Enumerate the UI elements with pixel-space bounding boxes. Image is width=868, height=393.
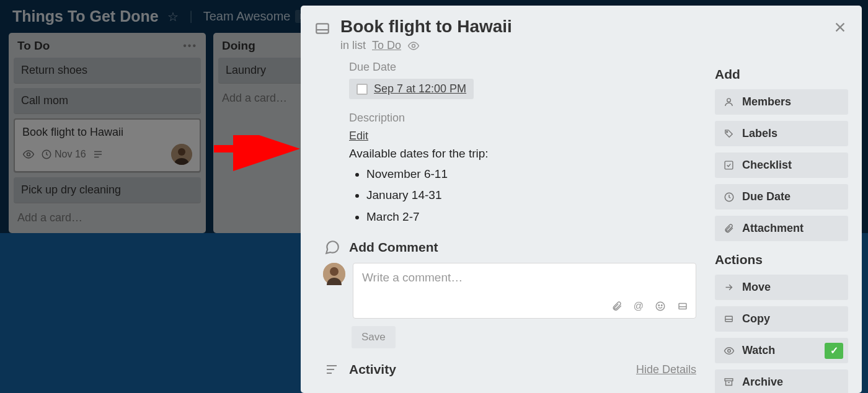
move-button[interactable]: Move bbox=[715, 275, 848, 300]
card-title: Book flight to Hawaii bbox=[22, 126, 192, 139]
hide-details-link[interactable]: Hide Details bbox=[636, 363, 696, 376]
list-title[interactable]: To Do bbox=[17, 39, 50, 53]
tag-icon bbox=[724, 128, 735, 139]
in-list-link[interactable]: To Do bbox=[372, 39, 401, 52]
paperclip-icon bbox=[724, 223, 735, 234]
card-modal: Book flight to Hawaii in list To Do Due … bbox=[301, 6, 862, 393]
watch-icon bbox=[22, 148, 35, 161]
svg-point-15 bbox=[330, 267, 339, 276]
description-label: Description bbox=[349, 112, 696, 125]
star-icon[interactable]: ☆ bbox=[167, 9, 179, 24]
card-title: Pick up dry cleaning bbox=[21, 183, 193, 196]
due-date-badge[interactable]: Sep 7 at 12:00 PM bbox=[349, 79, 474, 99]
description-icon bbox=[92, 149, 104, 160]
svg-point-18 bbox=[662, 305, 663, 306]
attach-icon[interactable] bbox=[611, 301, 622, 312]
team-name[interactable]: Team Awesome bbox=[203, 9, 291, 24]
card-icon bbox=[314, 20, 330, 37]
attachment-button[interactable]: Attachment bbox=[715, 216, 848, 241]
svg-point-6 bbox=[178, 148, 185, 156]
member-avatar[interactable] bbox=[171, 144, 192, 165]
card[interactable]: Book flight to Hawaii Nov 16 bbox=[14, 118, 201, 172]
svg-point-0 bbox=[27, 153, 30, 156]
actions-heading: Actions bbox=[715, 252, 848, 267]
clock-icon bbox=[724, 192, 735, 203]
check-icon bbox=[724, 160, 735, 170]
svg-rect-26 bbox=[725, 161, 733, 169]
description-list-item: November 6-11 bbox=[366, 166, 696, 183]
svg-point-30 bbox=[728, 349, 731, 352]
card[interactable]: Call mom bbox=[14, 88, 201, 113]
svg-point-17 bbox=[658, 305, 660, 306]
list-menu-icon[interactable]: ••• bbox=[183, 40, 197, 51]
activity-icon bbox=[324, 362, 340, 377]
archive-icon bbox=[724, 377, 735, 387]
card-embed-icon[interactable] bbox=[677, 301, 688, 312]
list-title[interactable]: Doing bbox=[222, 39, 255, 53]
due-badge: Nov 16 bbox=[41, 149, 86, 160]
eye-icon bbox=[724, 345, 735, 357]
description-list-item: January 14-31 bbox=[366, 187, 696, 205]
add-card-link[interactable]: Add a card… bbox=[14, 208, 201, 226]
add-heading: Add bbox=[715, 67, 848, 82]
svg-point-13 bbox=[412, 44, 415, 47]
close-icon[interactable] bbox=[833, 20, 847, 34]
copy-button[interactable]: Copy bbox=[715, 306, 848, 332]
save-comment-button[interactable]: Save bbox=[352, 326, 396, 348]
comment-input[interactable]: Write a comment… @ bbox=[353, 263, 696, 319]
card[interactable]: Pick up dry cleaning bbox=[14, 177, 201, 203]
svg-point-24 bbox=[727, 99, 731, 102]
card-icon bbox=[724, 314, 735, 324]
checklist-button[interactable]: Checklist bbox=[715, 152, 848, 178]
svg-rect-31 bbox=[725, 379, 733, 381]
board-title[interactable]: Things To Get Done bbox=[12, 7, 159, 25]
user-icon bbox=[724, 97, 735, 107]
labels-button[interactable]: Labels bbox=[715, 121, 848, 146]
due-checkbox[interactable] bbox=[356, 84, 368, 95]
add-comment-heading: Add Comment bbox=[349, 240, 438, 255]
watch-check-icon: ✓ bbox=[825, 343, 843, 359]
due-date-button[interactable]: Due Date bbox=[715, 184, 848, 210]
svg-point-16 bbox=[656, 302, 665, 311]
card-title: Return shoes bbox=[21, 64, 193, 77]
card[interactable]: Return shoes bbox=[14, 58, 201, 83]
members-button[interactable]: Members bbox=[715, 89, 848, 115]
arrow-icon bbox=[724, 282, 735, 293]
svg-point-25 bbox=[727, 131, 728, 133]
card-title[interactable]: Book flight to Hawaii bbox=[340, 17, 512, 37]
mention-icon[interactable]: @ bbox=[634, 301, 644, 312]
comment-icon bbox=[324, 239, 340, 255]
emoji-icon[interactable] bbox=[655, 301, 666, 312]
watch-button[interactable]: Watch✓ bbox=[715, 338, 848, 363]
due-date-label: Due Date bbox=[349, 61, 696, 74]
due-date-value[interactable]: Sep 7 at 12:00 PM bbox=[374, 82, 466, 95]
in-list-prefix: in list bbox=[340, 39, 366, 52]
description-list-item: March 2-7 bbox=[366, 208, 696, 226]
list: To Do•••Return shoesCall momBook flight … bbox=[9, 33, 206, 233]
description-content[interactable]: Available dates for the trip: November 6… bbox=[349, 145, 696, 226]
user-avatar[interactable] bbox=[323, 263, 345, 285]
archive-button[interactable]: Archive bbox=[715, 369, 848, 393]
card-title: Call mom bbox=[21, 94, 193, 107]
edit-description-link[interactable]: Edit bbox=[349, 130, 696, 143]
watch-eye-icon bbox=[407, 40, 420, 52]
activity-heading: Activity bbox=[349, 362, 396, 377]
svg-rect-11 bbox=[316, 24, 329, 33]
